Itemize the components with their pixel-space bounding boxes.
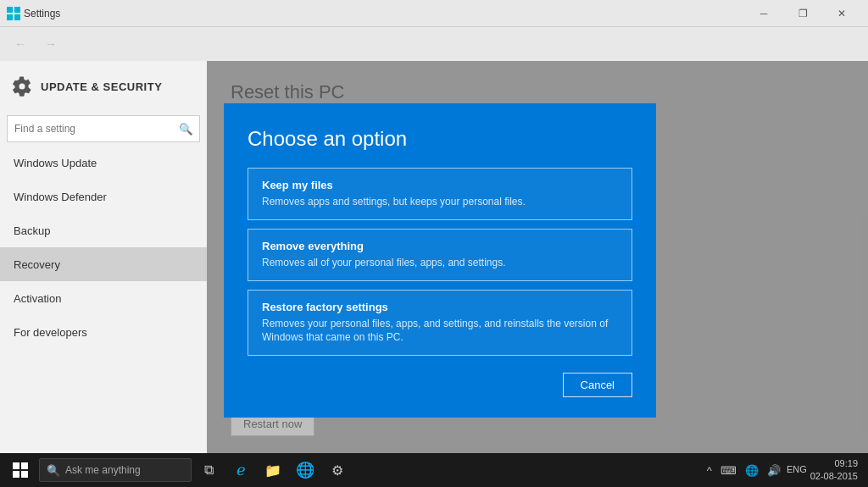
sidebar-item-label: Windows Update — [14, 157, 97, 169]
tray-clock: 09:19 02-08-2015 — [810, 457, 858, 484]
tray-time: 09:19 — [834, 457, 858, 470]
dialog-title: Choose an option — [248, 127, 632, 151]
sidebar-item-label: For developers — [14, 326, 87, 339]
svg-rect-2 — [7, 14, 13, 20]
app-container: UPDATE & SECURITY 🔍 Windows Update Windo… — [0, 61, 868, 487]
sidebar-nav: Windows Update Windows Defender Backup R… — [0, 146, 207, 487]
taskbar-tray: ^ ⌨ 🌐 🔊 ENG 09:19 02-08-2015 — [698, 457, 865, 484]
sidebar-item-label: Recovery — [14, 258, 60, 271]
gear-icon — [12, 76, 32, 97]
search-icon: 🔍 — [47, 464, 60, 477]
keyboard-icon[interactable]: ⌨ — [718, 464, 739, 477]
sidebar-header: UPDATE & SECURITY — [0, 61, 207, 112]
keep-files-title: Keep my files — [262, 179, 618, 191]
chrome-icon[interactable]: 🌐 — [290, 455, 320, 485]
chevron-up-icon[interactable]: ^ — [704, 464, 715, 477]
sidebar-item-label: Activation — [14, 292, 61, 305]
close-button[interactable]: ✕ — [822, 0, 861, 27]
settings-icon[interactable]: ⚙ — [322, 455, 353, 485]
restore-button[interactable]: ❐ — [783, 0, 822, 27]
svg-rect-3 — [14, 14, 20, 20]
settings-search[interactable]: 🔍 — [7, 115, 200, 142]
app-icon — [7, 7, 20, 20]
taskbar: 🔍 Ask me anything ⧉ ℯ 📁 🌐 ⚙ ^ ⌨ 🌐 🔊 ENG … — [0, 453, 868, 487]
remove-everything-title: Remove everything — [262, 240, 618, 252]
restore-factory-title: Restore factory settings — [262, 301, 618, 313]
svg-rect-1 — [14, 7, 20, 13]
window-title: Settings — [24, 8, 744, 19]
keep-files-option[interactable]: Keep my files Removes apps and settings,… — [248, 168, 632, 220]
network-icon[interactable]: 🌐 — [743, 464, 761, 477]
edge-icon[interactable]: ℯ — [225, 455, 256, 485]
settings-search-button[interactable]: 🔍 — [172, 116, 199, 141]
remove-everything-option[interactable]: Remove everything Removes all of your pe… — [248, 229, 632, 281]
sidebar-item-for-developers[interactable]: For developers — [0, 315, 207, 349]
taskbar-search-placeholder: Ask me anything — [65, 464, 141, 476]
settings-search-input[interactable] — [8, 123, 172, 135]
dialog-footer: Cancel — [248, 373, 632, 397]
svg-rect-5 — [21, 462, 28, 469]
tray-date: 02-08-2015 — [810, 470, 858, 483]
minimize-button[interactable]: ─ — [744, 0, 783, 27]
sidebar-item-windows-update[interactable]: Windows Update — [0, 146, 207, 180]
keep-files-desc: Removes apps and settings, but keeps you… — [262, 195, 618, 209]
sidebar-item-activation[interactable]: Activation — [0, 281, 207, 315]
reset-dialog: Choose an option Keep my files Removes a… — [224, 103, 656, 418]
remove-everything-desc: Removes all of your personal files, apps… — [262, 256, 618, 270]
svg-rect-4 — [13, 462, 19, 469]
cancel-button[interactable]: Cancel — [563, 373, 632, 397]
header-row: ← → — [0, 27, 868, 61]
windows-logo-icon — [13, 462, 28, 478]
svg-rect-7 — [21, 471, 28, 478]
volume-icon[interactable]: 🔊 — [765, 464, 783, 477]
restore-factory-option[interactable]: Restore factory settings Removes your pe… — [248, 290, 632, 357]
main-content: Reset this PC If your PC isn't running w… — [207, 61, 868, 487]
taskbar-search[interactable]: 🔍 Ask me anything — [39, 458, 192, 482]
sidebar-item-recovery[interactable]: Recovery — [0, 247, 207, 281]
file-explorer-icon[interactable]: 📁 — [258, 455, 288, 485]
sidebar-item-windows-defender[interactable]: Windows Defender — [0, 180, 207, 213]
task-view-button[interactable]: ⧉ — [193, 455, 224, 485]
forward-button[interactable]: → — [37, 30, 64, 58]
sidebar-item-label: Windows Defender — [14, 191, 107, 203]
start-button[interactable] — [3, 453, 37, 487]
titlebar: Settings ─ ❐ ✕ — [0, 0, 868, 27]
back-button[interactable]: ← — [7, 30, 34, 58]
svg-rect-6 — [13, 471, 19, 478]
tray-lang: ENG — [787, 463, 807, 476]
restore-factory-desc: Removes your personal files, apps, and s… — [262, 317, 618, 346]
sidebar-item-backup[interactable]: Backup — [0, 213, 207, 247]
window-controls: ─ ❐ ✕ — [744, 0, 861, 27]
svg-rect-0 — [7, 7, 13, 13]
sidebar: UPDATE & SECURITY 🔍 Windows Update Windo… — [0, 61, 207, 487]
sidebar-app-title: UPDATE & SECURITY — [41, 80, 162, 93]
sidebar-item-label: Backup — [14, 224, 50, 237]
